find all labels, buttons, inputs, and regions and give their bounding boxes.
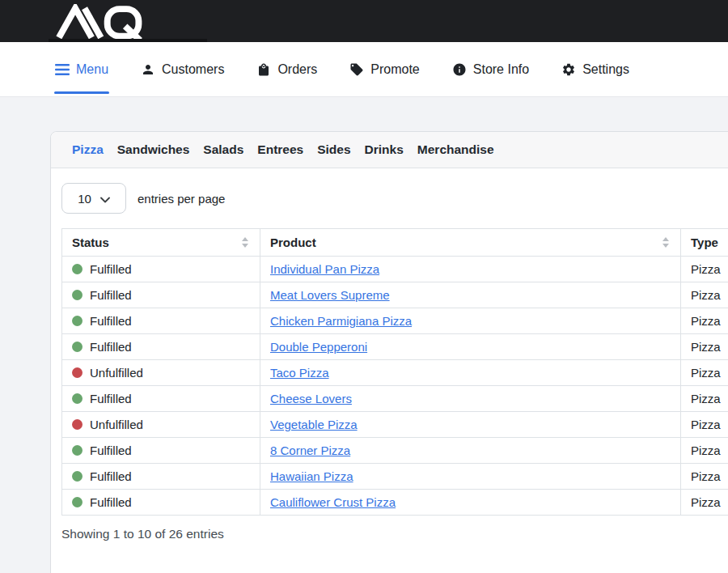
nav-label: Store Info bbox=[473, 62, 529, 77]
nav-item-settings[interactable]: Settings bbox=[561, 42, 629, 96]
status-cell: Fulfilled bbox=[62, 386, 260, 412]
nav-item-customers[interactable]: Customers bbox=[141, 42, 224, 96]
status-label: Fulfilled bbox=[90, 262, 132, 276]
hamburger-icon bbox=[55, 64, 70, 75]
column-label: Product bbox=[270, 236, 316, 249]
product-cell: Hawaiian Pizza bbox=[260, 464, 681, 490]
tab-pizza[interactable]: Pizza bbox=[72, 142, 104, 157]
status-dot-icon bbox=[72, 445, 83, 456]
product-cell: Double Pepperoni bbox=[260, 334, 681, 360]
status-label: Fulfilled bbox=[90, 340, 132, 354]
type-cell: Pizza bbox=[681, 464, 728, 490]
status-cell: Fulfilled bbox=[62, 308, 260, 334]
tab-sandwiches[interactable]: Sandwiches bbox=[117, 142, 190, 157]
table-row: Unfulfilled Taco Pizza Pizza bbox=[62, 360, 728, 386]
nav-label: Settings bbox=[582, 62, 629, 77]
product-link[interactable]: Cheese Lovers bbox=[270, 392, 352, 405]
sort-icon[interactable] bbox=[242, 237, 250, 248]
status-cell: Unfulfilled bbox=[62, 412, 260, 438]
product-cell: 8 Corner Pizza bbox=[260, 438, 681, 464]
status-label: Fulfilled bbox=[90, 469, 132, 483]
product-link[interactable]: Double Pepperoni bbox=[270, 340, 367, 354]
product-cell: Chicken Parmigiana Pizza bbox=[260, 308, 681, 334]
chevron-down-icon bbox=[100, 192, 110, 206]
status-cell: Fulfilled bbox=[62, 257, 260, 282]
status-dot-icon bbox=[72, 367, 83, 378]
menu-card: Pizza Sandwiches Salads Entrees Sides Dr… bbox=[50, 131, 728, 573]
nav-item-orders[interactable]: Orders bbox=[256, 42, 317, 96]
tab-sides[interactable]: Sides bbox=[317, 142, 350, 157]
product-link[interactable]: Vegetable Pizza bbox=[270, 418, 358, 431]
table-row: Fulfilled Individual Pan Pizza Pizza bbox=[62, 257, 728, 282]
table-row: Fulfilled Cauliflower Crust Pizza Pizza bbox=[62, 490, 728, 516]
status-cell: Fulfilled bbox=[62, 282, 260, 308]
table-row: Fulfilled Hawaiian Pizza Pizza bbox=[62, 464, 728, 490]
status-label: Fulfilled bbox=[90, 495, 132, 509]
column-header-type[interactable]: Type bbox=[681, 229, 728, 257]
status-label: Unfulfilled bbox=[90, 366, 143, 380]
type-cell: Pizza bbox=[681, 490, 728, 516]
tab-salads[interactable]: Salads bbox=[203, 142, 243, 157]
status-cell: Fulfilled bbox=[62, 334, 260, 360]
category-tabs: Pizza Sandwiches Salads Entrees Sides Dr… bbox=[51, 132, 728, 168]
status-dot-icon bbox=[72, 497, 83, 507]
sort-icon[interactable] bbox=[662, 237, 671, 248]
info-icon bbox=[452, 62, 467, 77]
product-link[interactable]: Cauliflower Crust Pizza bbox=[270, 495, 396, 509]
entries-per-page-label: entries per page bbox=[138, 192, 225, 206]
tab-entrees[interactable]: Entrees bbox=[257, 142, 303, 157]
type-cell: Pizza bbox=[681, 360, 728, 386]
nav-item-promote[interactable]: Promote bbox=[349, 42, 419, 96]
product-link[interactable]: Individual Pan Pizza bbox=[270, 262, 379, 276]
page-size-select[interactable]: 10 bbox=[61, 183, 126, 214]
nav-item-store-info[interactable]: Store Info bbox=[452, 42, 529, 96]
tab-drinks[interactable]: Drinks bbox=[365, 142, 404, 157]
tag-icon bbox=[349, 62, 364, 77]
product-link[interactable]: Hawaiian Pizza bbox=[270, 469, 353, 483]
type-cell: Pizza bbox=[681, 412, 728, 438]
product-cell: Cauliflower Crust Pizza bbox=[260, 490, 681, 516]
app-root: { "brand": { "name": "AIQ" }, "nav": { "… bbox=[0, 0, 728, 573]
product-cell: Individual Pan Pizza bbox=[260, 257, 681, 282]
tab-merchandise[interactable]: Merchandise bbox=[417, 142, 494, 157]
product-cell: Meat Lovers Supreme bbox=[260, 282, 681, 308]
person-icon bbox=[141, 62, 155, 77]
table-row: Fulfilled Chicken Parmigiana Pizza Pizza bbox=[62, 308, 728, 334]
product-link[interactable]: Meat Lovers Supreme bbox=[270, 288, 390, 302]
status-dot-icon bbox=[72, 393, 83, 404]
type-cell: Pizza bbox=[681, 308, 728, 334]
nav-label: Orders bbox=[277, 62, 317, 77]
nav-item-menu[interactable]: Menu bbox=[55, 42, 108, 96]
status-dot-icon bbox=[72, 316, 83, 326]
status-label: Fulfilled bbox=[90, 392, 132, 405]
status-cell: Fulfilled bbox=[62, 438, 260, 464]
nav-label: Customers bbox=[162, 62, 224, 77]
page-size-value: 10 bbox=[78, 192, 91, 206]
products-table: Status Product Type bbox=[61, 228, 728, 516]
table-row: Fulfilled Cheese Lovers Pizza bbox=[62, 386, 728, 412]
table-row: Fulfilled Meat Lovers Supreme Pizza bbox=[62, 282, 728, 308]
top-bar bbox=[0, 0, 728, 42]
gear-icon bbox=[561, 62, 576, 77]
type-cell: Pizza bbox=[681, 386, 728, 412]
status-label: Fulfilled bbox=[90, 314, 132, 328]
column-header-status[interactable]: Status bbox=[62, 229, 260, 257]
product-link[interactable]: Taco Pizza bbox=[270, 366, 329, 380]
status-dot-icon bbox=[72, 471, 83, 482]
status-dot-icon bbox=[72, 290, 83, 300]
card-body: 10 entries per page Status bbox=[51, 168, 728, 541]
status-cell: Fulfilled bbox=[62, 490, 260, 516]
type-cell: Pizza bbox=[681, 257, 728, 282]
status-cell: Unfulfilled bbox=[62, 360, 260, 386]
type-cell: Pizza bbox=[681, 438, 728, 464]
nav-label: Menu bbox=[76, 62, 108, 77]
table-summary: Showing 1 to 10 of 26 entries bbox=[61, 527, 728, 541]
page-size-row: 10 entries per page bbox=[61, 183, 728, 214]
column-label: Status bbox=[72, 236, 109, 249]
product-link[interactable]: 8 Corner Pizza bbox=[270, 444, 350, 457]
product-link[interactable]: Chicken Parmigiana Pizza bbox=[270, 314, 412, 328]
column-header-product[interactable]: Product bbox=[260, 229, 681, 257]
main-navigation: Menu Customers Orders Promote Store Info… bbox=[0, 42, 728, 97]
aiq-logo[interactable] bbox=[52, 4, 147, 43]
table-row: Unfulfilled Vegetable Pizza Pizza bbox=[62, 412, 728, 438]
